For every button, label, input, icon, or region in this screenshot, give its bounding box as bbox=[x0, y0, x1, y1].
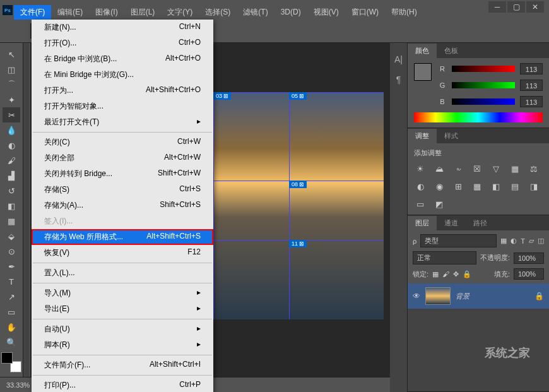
threshold-icon[interactable]: ◨ bbox=[528, 181, 540, 192]
menu-item[interactable]: 导出(E)▸ bbox=[32, 301, 213, 317]
lock-pixels-icon[interactable]: 🖌 bbox=[442, 270, 449, 278]
menu-item[interactable]: 脚本(R)▸ bbox=[32, 337, 213, 353]
brightness-icon[interactable]: ☀ bbox=[414, 163, 427, 174]
zoom-level[interactable]: 33.33% bbox=[6, 381, 30, 389]
document-canvas[interactable]: 03 ⊠05 ⊠08 ⊠11 ⊠ bbox=[213, 92, 384, 319]
exposure-icon[interactable]: ☒ bbox=[471, 163, 483, 174]
menu-9[interactable]: 窗口(W) bbox=[345, 5, 385, 20]
slice-badge[interactable]: 03 ⊠ bbox=[213, 92, 231, 100]
menu-item[interactable]: 打开(O)...Ctrl+O bbox=[32, 35, 213, 51]
vibrance-icon[interactable]: ▽ bbox=[490, 163, 502, 174]
menu-item[interactable]: 新建(N)...Ctrl+N bbox=[32, 20, 213, 35]
minimize-button[interactable]: ─ bbox=[488, 1, 506, 13]
maximize-button[interactable]: ▢ bbox=[507, 1, 525, 13]
menu-4[interactable]: 文字(Y) bbox=[161, 5, 199, 20]
zoom-tool[interactable]: 🔍 bbox=[3, 335, 20, 350]
filter-shape-icon[interactable]: ▱ bbox=[529, 237, 534, 245]
eraser-tool[interactable]: ◧ bbox=[3, 198, 20, 213]
lasso-tool[interactable]: ⌒ bbox=[3, 77, 20, 92]
menu-0[interactable]: 文件(F) bbox=[14, 5, 51, 20]
posterize-icon[interactable]: ▤ bbox=[509, 181, 521, 192]
lock-transparency-icon[interactable]: ▦ bbox=[432, 270, 439, 278]
photo-filter-icon[interactable]: ◉ bbox=[433, 181, 446, 192]
current-color-swatch[interactable] bbox=[414, 63, 432, 81]
layer-thumbnail[interactable] bbox=[425, 287, 451, 305]
color-spectrum[interactable] bbox=[414, 112, 543, 122]
menu-item[interactable]: 在 Bridge 中浏览(B)...Alt+Ctrl+O bbox=[32, 51, 213, 67]
quick-select-tool[interactable]: ✦ bbox=[3, 92, 20, 107]
menu-5[interactable]: 选择(S) bbox=[199, 5, 237, 20]
bw-icon[interactable]: ◐ bbox=[414, 181, 427, 192]
type-tool[interactable]: T bbox=[3, 274, 20, 289]
color-balance-icon[interactable]: ⚖ bbox=[528, 163, 540, 174]
visibility-icon[interactable]: 👁 bbox=[413, 292, 420, 300]
menu-item[interactable]: 恢复(V)F12 bbox=[32, 245, 213, 261]
color-swatches[interactable] bbox=[1, 352, 21, 372]
opacity-value[interactable]: 100% bbox=[514, 252, 544, 264]
menu-item[interactable]: 最近打开文件(T)▸ bbox=[32, 114, 213, 130]
blend-mode-select[interactable]: 正常 bbox=[413, 251, 476, 264]
crop-tool[interactable]: ✂ bbox=[3, 107, 20, 122]
menu-item[interactable]: 存储为 Web 所用格式...Alt+Shift+Ctrl+S bbox=[32, 229, 213, 245]
menu-7[interactable]: 3D(D) bbox=[274, 6, 307, 18]
blur-tool[interactable]: ⬙ bbox=[3, 229, 20, 244]
slice-badge[interactable]: 11 ⊠ bbox=[289, 240, 307, 247]
layer-row[interactable]: 👁 背景 🔒 bbox=[408, 283, 549, 309]
menu-1[interactable]: 编辑(E) bbox=[51, 5, 89, 20]
tab-styles[interactable]: 样式 bbox=[437, 129, 466, 143]
r-slider[interactable] bbox=[452, 66, 515, 72]
layer-filter-select[interactable]: 类型 bbox=[420, 234, 497, 247]
tab-paths[interactable]: 路径 bbox=[466, 216, 495, 230]
menu-6[interactable]: 滤镜(T) bbox=[237, 5, 274, 20]
hue-icon[interactable]: ▦ bbox=[509, 163, 521, 174]
b-value[interactable]: 113 bbox=[520, 96, 543, 107]
invert-icon[interactable]: ◧ bbox=[490, 181, 502, 192]
menu-item[interactable]: 打印(P)...Ctrl+P bbox=[32, 377, 213, 392]
curves-icon[interactable]: ⧜ bbox=[452, 163, 464, 174]
stamp-tool[interactable]: ▟ bbox=[3, 168, 20, 183]
menu-3[interactable]: 图层(L) bbox=[124, 5, 162, 20]
brush-tool[interactable]: 🖌 bbox=[3, 153, 20, 168]
tab-adjustments[interactable]: 调整 bbox=[408, 129, 437, 143]
menu-10[interactable]: 帮助(H) bbox=[385, 5, 423, 20]
menu-item[interactable]: 打开为...Alt+Shift+Ctrl+O bbox=[32, 83, 213, 98]
menu-item[interactable]: 关闭(C)Ctrl+W bbox=[32, 134, 213, 150]
color-lookup-icon[interactable]: ▦ bbox=[471, 181, 483, 192]
character-panel-icon[interactable]: A| bbox=[394, 54, 403, 64]
gradient-tool[interactable]: ▦ bbox=[3, 213, 20, 229]
layer-name-label[interactable]: 背景 bbox=[456, 292, 529, 301]
menu-item[interactable]: 关闭并转到 Bridge...Shift+Ctrl+W bbox=[32, 166, 213, 182]
menu-item[interactable]: 打开为智能对象... bbox=[32, 98, 213, 114]
paragraph-panel-icon[interactable]: ¶ bbox=[396, 74, 401, 85]
menu-item[interactable]: 关闭全部Alt+Ctrl+W bbox=[32, 150, 213, 166]
hand-tool[interactable]: ✋ bbox=[3, 319, 20, 335]
fg-color-swatch[interactable] bbox=[1, 352, 13, 364]
path-select-tool[interactable]: ↗ bbox=[3, 289, 20, 304]
filter-type-icon[interactable]: T bbox=[521, 237, 525, 245]
filter-pixel-icon[interactable]: ▦ bbox=[500, 237, 507, 245]
selective-color-icon[interactable]: ◩ bbox=[433, 198, 446, 210]
shape-tool[interactable]: ▭ bbox=[3, 304, 20, 319]
slice-badge[interactable]: 08 ⊠ bbox=[289, 181, 307, 188]
heal-tool[interactable]: ◐ bbox=[3, 138, 20, 153]
tab-swatches[interactable]: 色板 bbox=[437, 44, 466, 58]
menu-8[interactable]: 视图(V) bbox=[307, 5, 345, 20]
menu-item[interactable]: 存储(S)Ctrl+S bbox=[32, 182, 213, 198]
dodge-tool[interactable]: ⊙ bbox=[3, 244, 20, 259]
lock-position-icon[interactable]: ✥ bbox=[453, 270, 459, 278]
marquee-tool[interactable]: ◫ bbox=[3, 62, 20, 77]
slice-badge[interactable]: 05 ⊠ bbox=[289, 92, 307, 100]
filter-adjust-icon[interactable]: ◐ bbox=[511, 237, 517, 245]
history-brush-tool[interactable]: ↺ bbox=[3, 183, 20, 198]
fill-value[interactable]: 100% bbox=[514, 268, 544, 280]
lock-all-icon[interactable]: 🔒 bbox=[463, 270, 471, 278]
channel-mixer-icon[interactable]: ⊞ bbox=[452, 181, 464, 192]
menu-item[interactable]: 存储为(A)...Shift+Ctrl+S bbox=[32, 198, 213, 213]
eyedropper-tool[interactable]: 💧 bbox=[3, 122, 20, 138]
tab-channels[interactable]: 通道 bbox=[437, 216, 466, 230]
filter-smart-icon[interactable]: ◫ bbox=[538, 237, 544, 245]
move-tool[interactable]: ↖ bbox=[3, 47, 20, 62]
menu-item[interactable]: 在 Mini Bridge 中浏览(G)... bbox=[32, 67, 213, 83]
menu-item[interactable]: 自动(U)▸ bbox=[32, 321, 213, 337]
g-slider[interactable] bbox=[452, 82, 515, 88]
